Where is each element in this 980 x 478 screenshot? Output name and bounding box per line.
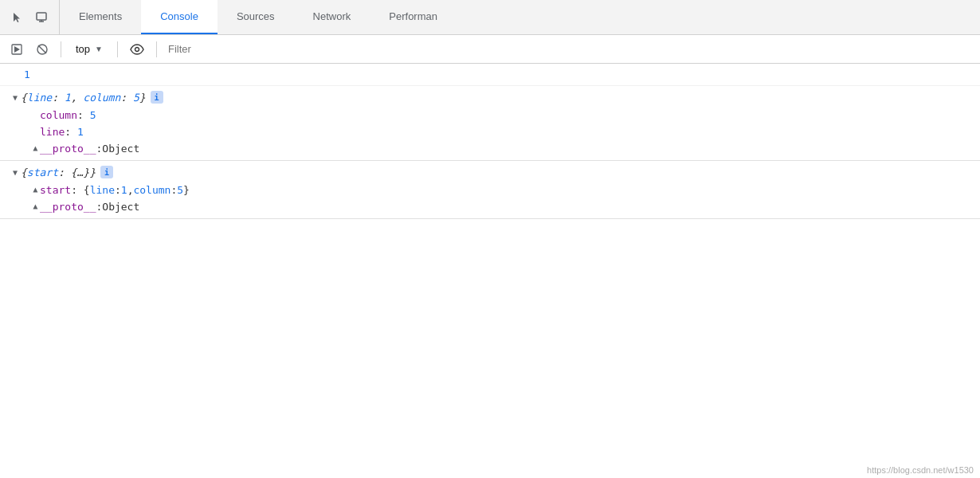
execute-context-btn[interactable] — [6, 39, 27, 60]
triangle-down-icon-1: ▼ — [13, 93, 18, 102]
svg-rect-0 — [37, 13, 46, 20]
tab-network[interactable]: Network — [294, 0, 370, 34]
tab-elements-label: Elements — [79, 10, 122, 22]
context-selector[interactable]: top ▼ — [69, 41, 109, 57]
eye-icon[interactable] — [126, 38, 148, 61]
console-toolbar: top ▼ — [0, 35, 980, 64]
tab-elements[interactable]: Elements — [60, 0, 141, 34]
object2-header[interactable]: ▼ {start: {…}} i — [0, 161, 980, 182]
tab-console[interactable]: Console — [141, 0, 218, 34]
number-value: 1 — [24, 69, 30, 80]
inspect-icon[interactable] — [30, 6, 53, 29]
tab-network-label: Network — [313, 10, 351, 22]
object1-summary: {line: 1, column: 5} — [21, 92, 146, 104]
object1-section: ▼ {line: 1, column: 5} i column: 5 line:… — [0, 86, 980, 161]
object2-proto[interactable]: ▶ __proto__: Object — [0, 198, 980, 215]
cursor-icon[interactable] — [6, 6, 29, 29]
triangle-right-icon-2: ▶ — [30, 187, 39, 192]
info-badge-1: i — [151, 91, 163, 104]
top-toolbar: Elements Console Sources Network Perform… — [0, 0, 980, 35]
tab-console-label: Console — [160, 10, 198, 22]
clear-console-btn[interactable] — [32, 39, 53, 60]
url-watermark: https://blog.csdn.net/w1530 — [867, 465, 974, 475]
toolbar-divider-3 — [156, 41, 157, 57]
devtools-icons — [0, 0, 60, 34]
dropdown-arrow-icon: ▼ — [95, 45, 103, 53]
toolbar-divider-2 — [117, 41, 118, 57]
object1-proto[interactable]: ▶ __proto__: Object — [0, 140, 980, 157]
filter-input[interactable] — [165, 43, 974, 55]
svg-point-7 — [135, 47, 139, 51]
object2-prop-start[interactable]: ▶ start: {line: 1, column: 5} — [0, 182, 980, 198]
object1-prop-column: column: 5 — [0, 107, 980, 123]
triangle-right-icon-3: ▶ — [30, 204, 39, 209]
object2-section: ▼ {start: {…}} i ▶ start: {line: 1, colu… — [0, 161, 980, 219]
console-content: 1 ▼ {line: 1, column: 5} i column: 5 lin… — [0, 64, 980, 478]
object2-summary: {start: {…}} — [21, 167, 96, 178]
triangle-down-icon-2: ▼ — [13, 168, 18, 177]
triangle-right-icon-1: ▶ — [30, 146, 39, 151]
info-badge-2: i — [100, 166, 113, 178]
toolbar-divider-1 — [61, 41, 61, 57]
tab-sources-label: Sources — [237, 10, 275, 22]
context-label: top — [76, 43, 90, 55]
svg-line-6 — [38, 45, 46, 53]
console-number-line: 1 — [0, 64, 980, 86]
object1-header[interactable]: ▼ {line: 1, column: 5} i — [0, 86, 980, 107]
tabs-area: Elements Console Sources Network Perform… — [60, 0, 980, 34]
tab-performance-label: Performan — [389, 10, 437, 22]
object1-prop-line: line: 1 — [0, 123, 980, 140]
tab-performance[interactable]: Performan — [370, 0, 457, 34]
svg-marker-4 — [14, 46, 20, 53]
tab-sources[interactable]: Sources — [218, 0, 294, 34]
